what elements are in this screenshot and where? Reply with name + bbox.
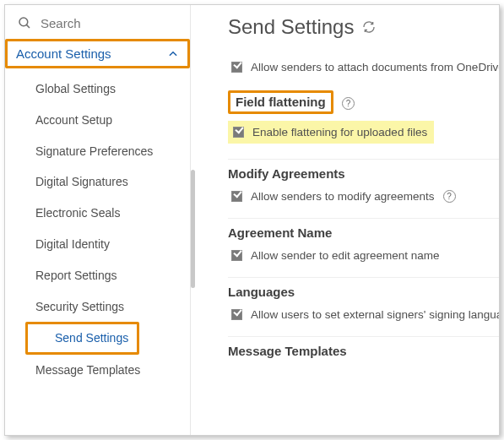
chevron-up-icon bbox=[167, 48, 179, 60]
section-heading-text: Languages bbox=[228, 285, 295, 299]
setting-onedrive: Allow senders to attach documents from O… bbox=[228, 57, 499, 90]
section-modify-agreements: Modify Agreements Allow senders to modif… bbox=[228, 159, 499, 218]
nav-item-label: Signature Preferences bbox=[35, 144, 153, 158]
setting-label: Allow senders to modify agreements bbox=[251, 190, 435, 203]
section-heading-text: Modify Agreements bbox=[228, 166, 345, 181]
main: Send Settings Allow senders to attach do… bbox=[191, 5, 499, 435]
setting-label: Allow sender to edit agreement name bbox=[251, 249, 440, 262]
page-title: Send Settings bbox=[228, 15, 354, 39]
nav-item-message-templates[interactable]: Message Templates bbox=[5, 355, 190, 386]
nav-item-send-settings[interactable]: Send Settings bbox=[5, 322, 190, 355]
nav-item-global-settings[interactable]: Global Settings bbox=[5, 73, 190, 105]
checkbox-flattening[interactable] bbox=[233, 127, 244, 138]
section-languages: Languages Allow users to set external si… bbox=[228, 277, 499, 336]
checkbox-languages[interactable] bbox=[231, 309, 242, 320]
setting-label: Allow users to set external signers' sig… bbox=[251, 308, 499, 321]
svg-line-1 bbox=[26, 24, 30, 28]
checkbox-modify[interactable] bbox=[231, 191, 242, 202]
nav-item-label: Security Settings bbox=[35, 300, 124, 313]
refresh-icon[interactable] bbox=[362, 20, 376, 34]
setting-agreement-name: Allow sender to edit agreement name bbox=[228, 241, 499, 262]
section-heading: Modify Agreements bbox=[228, 166, 345, 181]
nav-item-label: Electronic Seals bbox=[35, 206, 120, 220]
section-heading: Field flattening bbox=[236, 95, 326, 109]
sidebar: Account Settings Global Settings Account… bbox=[5, 5, 191, 435]
nav-item-label: Send Settings bbox=[25, 322, 139, 355]
section-message-templates: Message Templates bbox=[228, 336, 499, 374]
nav-item-electronic-seals[interactable]: Electronic Seals bbox=[5, 198, 190, 229]
nav-item-label: Digital Signatures bbox=[35, 175, 128, 188]
help-icon[interactable]: ? bbox=[342, 97, 355, 110]
nav-item-digital-signatures[interactable]: Digital Signatures bbox=[5, 166, 190, 198]
search-icon bbox=[17, 15, 32, 30]
section-heading: Agreement Name bbox=[228, 225, 332, 240]
nav-list: Global Settings Account Setup Signature … bbox=[5, 68, 190, 391]
section-heading: Languages bbox=[228, 285, 295, 299]
setting-languages: Allow users to set external signers' sig… bbox=[228, 300, 499, 321]
section-heading-text: Agreement Name bbox=[228, 225, 332, 240]
svg-point-0 bbox=[19, 18, 28, 26]
section-heading-text: Message Templates bbox=[228, 344, 347, 358]
section-field-flattening: Field flattening ? Enable flattening for… bbox=[228, 90, 499, 159]
search-input[interactable] bbox=[41, 16, 178, 30]
setting-label: Enable flattening for uploaded files bbox=[252, 126, 427, 139]
section-agreement-name: Agreement Name Allow sender to edit agre… bbox=[228, 218, 499, 277]
highlight-flattening: Enable flattening for uploaded files bbox=[228, 121, 434, 144]
nav-item-report-settings[interactable]: Report Settings bbox=[5, 260, 190, 291]
section-heading: Message Templates bbox=[228, 344, 347, 358]
checkbox-onedrive[interactable] bbox=[231, 62, 242, 73]
help-icon[interactable]: ? bbox=[443, 190, 456, 203]
nav-item-signature-preferences[interactable]: Signature Preferences bbox=[5, 136, 190, 167]
setting-modify: Allow senders to modify agreements ? bbox=[228, 182, 499, 203]
checkbox-agreement-name[interactable] bbox=[231, 250, 242, 261]
scrollbar-vertical[interactable] bbox=[191, 170, 195, 288]
nav-item-label: Account Setup bbox=[35, 113, 112, 127]
nav-item-account-setup[interactable]: Account Setup bbox=[5, 105, 190, 136]
nav-item-digital-identity[interactable]: Digital Identity bbox=[5, 229, 190, 260]
nav-item-label: Digital Identity bbox=[35, 237, 110, 251]
sidebar-section-label: Account Settings bbox=[16, 46, 111, 61]
nav-item-security-settings[interactable]: Security Settings bbox=[5, 291, 190, 323]
setting-label: Allow senders to attach documents from O… bbox=[251, 61, 499, 73]
nav-item-label: Message Templates bbox=[35, 363, 140, 377]
search-row bbox=[5, 5, 190, 39]
nav-item-label: Global Settings bbox=[35, 82, 116, 95]
page-title-row: Send Settings bbox=[228, 15, 499, 39]
nav-item-label: Report Settings bbox=[35, 269, 117, 282]
section-heading-box: Field flattening bbox=[228, 90, 333, 114]
sidebar-section-account-settings[interactable]: Account Settings bbox=[5, 39, 190, 68]
